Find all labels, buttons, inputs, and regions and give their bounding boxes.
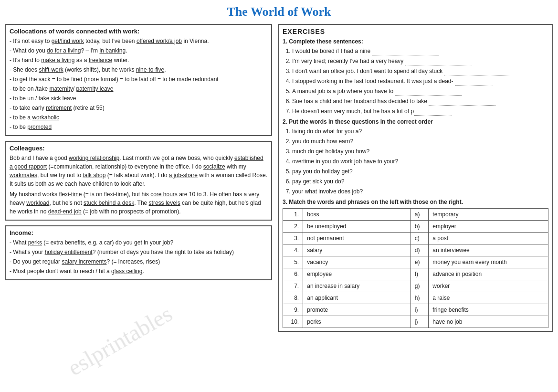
income-line-1: - What perks (= extra benefits, e.g. a c… [10,238,267,247]
income-section: Income: - What perks (= extra benefits, … [5,225,272,280]
colleagues-content: Bob and I have a good working relationsh… [10,154,267,216]
match-right-def: advance in position [429,268,548,280]
match-row: 1.bossa)temporary [283,209,548,221]
income-line-2: - What's your holiday entitlement? (numb… [10,248,267,256]
colloc-line-10: - to be promoted [10,123,267,131]
page-title: The World of Work [5,5,553,19]
exercises-title: EXERCISES [283,28,548,35]
match-row: 7.an increase in salaryg)worker [283,280,548,292]
colloc-line-4: - She does shift-work (works shifts), bu… [10,65,267,74]
match-left-word: vacancy [303,256,411,268]
match-num: 1. [283,209,303,221]
colleagues-section: Colleagues: Bob and I have a good workin… [5,141,272,221]
colleagues-title: Colleagues: [10,145,267,152]
match-right-letter: c) [411,233,429,244]
colloc-line-2: - What do you do for a living? – I'm in … [10,46,267,55]
match-row: 8.an applicanth)a raise [283,292,548,304]
match-right-letter: a) [411,209,429,221]
ex2-item-5: pay you do holiday get? [292,167,548,176]
blank-2 [405,65,472,65]
ex1-item-2: I'm very tired; recently I've had a very… [292,57,548,65]
match-right-def: fringe benefits [429,304,548,316]
colloc-line-3: - It's hard to make a living as a freela… [10,56,267,64]
collocations-content: - It's not easy to get/find work today, … [10,37,267,131]
match-row: 4.salaryd)an interviewee [283,244,548,256]
colleagues-para2: My husband works flexi-time (= is on fle… [10,190,267,216]
match-right-letter: d) [411,244,429,256]
match-right-def: temporary [429,209,548,221]
match-row: 6.employeef)advance in position [283,268,548,280]
exercises-box: EXERCISES 1. Complete these sentences: I… [278,24,553,332]
ex1-title: 1. Complete these sentences: [283,38,548,45]
match-num: 7. [283,280,303,292]
collocations-section: Collocations of words connected with wor… [5,24,272,136]
ex2-item-6: pay get sick you do? [292,177,548,186]
left-column: Collocations of words connected with wor… [5,24,272,332]
match-left-word: be unemployed [303,221,411,233]
ex2-title: 2. Put the words in these questions in t… [283,118,548,125]
match-num: 5. [283,256,303,268]
match-num: 2. [283,221,303,233]
colloc-line-1: - It's not easy to get/find work today, … [10,37,267,45]
blank-3 [444,75,511,75]
match-right-def: a raise [429,292,548,304]
match-right-letter: g) [411,280,429,292]
match-right-letter: b) [411,221,429,233]
match-right-letter: j) [411,316,429,328]
colloc-line-6: - to be on /take maternity/ paternity le… [10,85,267,93]
match-right-def: a post [429,233,548,244]
ex1-item-7: He doesn't earn very much, but he has a … [292,107,548,116]
match-table: 1.bossa)temporary2.be unemployedb)employ… [283,208,548,328]
income-line-3: - Do you get regular salary increments? … [10,257,267,266]
match-row: 2.be unemployedb)employer [283,221,548,233]
match-right-letter: f) [411,268,429,280]
match-right-def: worker [429,280,548,292]
ex1-item-5: A manual job is a job where you have to [292,87,548,95]
match-num: 9. [283,304,303,316]
match-num: 3. [283,233,303,244]
match-left-word: an applicant [303,292,411,304]
match-num: 8. [283,292,303,304]
match-right-def: employer [429,221,548,233]
match-left-word: boss [303,209,411,221]
match-row: 3.not permanentc)a post [283,233,548,244]
blank-1 [372,55,439,55]
match-num: 6. [283,268,303,280]
colloc-line-9: - to be a workaholic [10,113,267,122]
ex2-item-1: living do do what for you a? [292,127,548,136]
match-left-word: employee [303,268,411,280]
income-content: - What perks (= extra benefits, e.g. a c… [10,238,267,275]
colloc-line-5: - to get the sack = to be fired (more fo… [10,75,267,84]
colloc-line-7: - to be un / take sick leave [10,94,267,103]
blank-4 [455,85,493,85]
main-layout: Collocations of words connected with wor… [5,24,553,332]
match-num: 10. [283,316,303,328]
ex2-item-7: your what involve does job? [292,187,548,196]
collocations-title: Collocations of words connected with wor… [10,28,267,35]
match-left-word: promote [303,304,411,316]
match-left-word: perks [303,316,411,328]
match-right-def: an interviewee [429,244,548,256]
ex2-item-2: you do much how earn? [292,137,548,146]
match-num: 4. [283,244,303,256]
income-title: Income: [10,229,267,236]
income-line-4: - Most people don't want to reach / hit … [10,267,267,275]
ex1-item-6: Sue has a child and her husband has deci… [292,97,548,106]
blank-6 [429,105,495,106]
ex3-title: 3. Match the words and phrases on the le… [283,199,548,205]
match-row: 9.promotei)fringe benefits [283,304,548,316]
match-row: 10.perksj)have no job [283,316,548,328]
match-left-word: salary [303,244,411,256]
ex2-item-4: overtime in you do work job have to your… [292,157,548,166]
right-column: EXERCISES 1. Complete these sentences: I… [278,24,553,332]
match-right-letter: e) [411,256,429,268]
colleagues-para1: Bob and I have a good working relationsh… [10,154,267,188]
match-right-letter: i) [411,304,429,316]
ex1-item-3: I don't want an office job. I don't want… [292,67,548,75]
ex1-item-4: I stopped working in the fast food resta… [292,77,548,85]
blank-5 [395,95,462,95]
blank-7 [414,115,452,116]
match-row: 5.vacancye)money you earn every month [283,256,548,268]
match-right-letter: h) [411,292,429,304]
ex1-item-1: I would be bored if I had a nine [292,47,548,55]
